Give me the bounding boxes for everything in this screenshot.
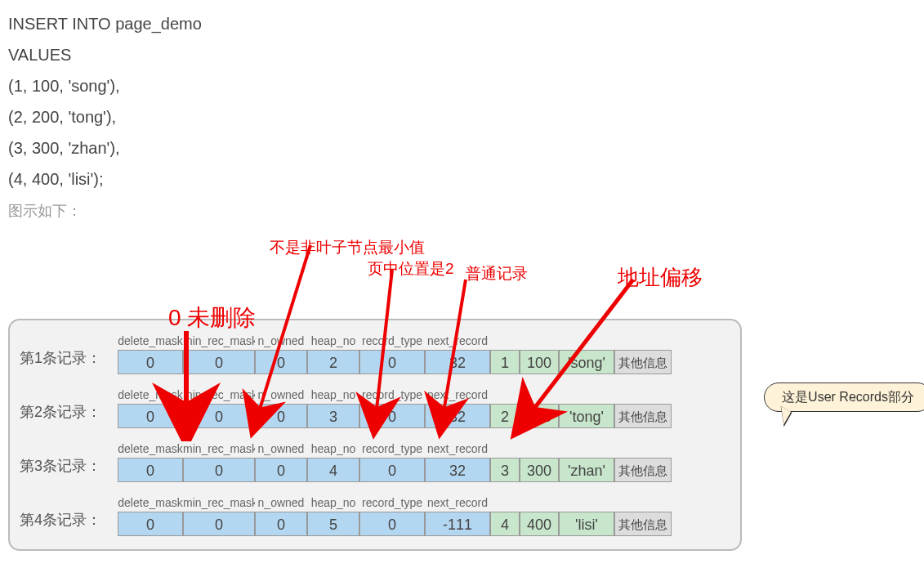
cell-id: 3 — [490, 458, 520, 482]
col-header: heap_no — [307, 332, 359, 350]
cell-info: 其他信息 — [614, 458, 672, 482]
cell-info: 其他信息 — [614, 350, 672, 374]
sql-line: (3, 300, 'zhan'), — [8, 132, 924, 163]
cell-heap-no: 5 — [307, 512, 359, 536]
cell-n-owned: 0 — [255, 404, 307, 428]
cell-id: 2 — [490, 404, 520, 428]
cell-heap-no: 2 — [307, 350, 359, 374]
label-page-position: 页中位置是2 — [368, 258, 454, 280]
col-header: record_type — [359, 494, 425, 512]
col-header: min_rec_mask — [183, 494, 255, 512]
cell-min-rec-mask: 0 — [183, 404, 255, 428]
cell-str: 'zhan' — [559, 458, 614, 482]
sql-line: INSERT INTO page_demo — [8, 8, 924, 39]
cell-str: 'tong' — [559, 404, 614, 428]
records-panel: 第1条记录： delete_mask min_rec_mask n_owned … — [8, 319, 742, 551]
cell-min-rec-mask: 0 — [183, 512, 255, 536]
diagram-caption: 图示如下： — [8, 201, 924, 221]
cell-record-type: 0 — [359, 458, 425, 482]
cell-min-rec-mask: 0 — [183, 458, 255, 482]
row-label: 第1条记录： — [20, 348, 118, 374]
cell-num: 100 — [520, 350, 559, 374]
cell-delete-mask: 0 — [118, 512, 183, 536]
cell-delete-mask: 0 — [118, 458, 183, 482]
col-header: min_rec_mask — [183, 332, 255, 350]
cell-record-type: 0 — [359, 350, 425, 374]
cell-str: 'lisi' — [559, 512, 614, 536]
col-header: record_type — [359, 386, 425, 404]
cell-n-owned: 0 — [255, 458, 307, 482]
cell-n-owned: 0 — [255, 512, 307, 536]
label-not-deleted: 0 未删除 — [168, 302, 256, 333]
col-header: heap_no — [307, 386, 359, 404]
speech-bubble: 这是User Records部分 — [764, 382, 924, 412]
record-row: 第2条记录： delete_mask min_rec_mask n_owned … — [20, 386, 730, 428]
diagram: 0 未删除 不是非叶子节点最小值 页中位置是2 普通记录 地址偏移 这是User… — [8, 319, 924, 551]
cell-id: 4 — [490, 512, 520, 536]
row-label: 第2条记录： — [20, 402, 118, 428]
sql-line: (1, 100, 'song'), — [8, 70, 924, 101]
col-header: heap_no — [307, 440, 359, 458]
col-header: delete_mask — [118, 440, 183, 458]
cell-delete-mask: 0 — [118, 404, 183, 428]
label-not-min-leaf: 不是非叶子节点最小值 — [270, 237, 425, 258]
cell-id: 1 — [490, 350, 520, 374]
row-label: 第3条记录： — [20, 456, 118, 482]
sql-line: (2, 200, 'tong'), — [8, 101, 924, 132]
cell-next-record: 32 — [425, 458, 490, 482]
col-header: n_owned — [255, 440, 307, 458]
record-row: 第3条记录： delete_mask min_rec_mask n_owned … — [20, 440, 730, 482]
col-header: delete_mask — [118, 386, 183, 404]
cell-next-record: -111 — [425, 512, 490, 536]
col-header: n_owned — [255, 494, 307, 512]
col-header: next_record — [425, 386, 490, 404]
record-row: 第4条记录： delete_mask min_rec_mask n_owned … — [20, 494, 730, 536]
row-label: 第4条记录： — [20, 510, 118, 536]
col-header: heap_no — [307, 494, 359, 512]
col-header: n_owned — [255, 332, 307, 350]
cell-record-type: 0 — [359, 404, 425, 428]
label-ordinary-record: 普通记录 — [466, 263, 528, 284]
cell-next-record: 32 — [425, 404, 490, 428]
col-header: min_rec_mask — [183, 440, 255, 458]
sql-code: INSERT INTO page_demo VALUES (1, 100, 's… — [8, 8, 924, 195]
cell-record-type: 0 — [359, 512, 425, 536]
cell-min-rec-mask: 0 — [183, 350, 255, 374]
cell-heap-no: 4 — [307, 458, 359, 482]
col-header: min_rec_mask — [183, 386, 255, 404]
col-header: record_type — [359, 332, 425, 350]
record-row: 第1条记录： delete_mask min_rec_mask n_owned … — [20, 332, 730, 374]
col-header: delete_mask — [118, 332, 183, 350]
cell-num: 300 — [520, 458, 559, 482]
cell-info: 其他信息 — [614, 404, 672, 428]
col-header: next_record — [425, 440, 490, 458]
col-header: delete_mask — [118, 494, 183, 512]
cell-str: 'song' — [559, 350, 614, 374]
col-header: n_owned — [255, 386, 307, 404]
sql-line: VALUES — [8, 39, 924, 70]
col-header: record_type — [359, 440, 425, 458]
cell-next-record: 32 — [425, 350, 490, 374]
cell-n-owned: 0 — [255, 350, 307, 374]
cell-num: 200 — [520, 404, 559, 428]
cell-info: 其他信息 — [614, 512, 672, 536]
label-addr-offset: 地址偏移 — [618, 263, 703, 292]
sql-line: (4, 400, 'lisi'); — [8, 163, 924, 195]
cell-delete-mask: 0 — [118, 350, 183, 374]
col-header: next_record — [425, 494, 490, 512]
cell-num: 400 — [520, 512, 559, 536]
col-header: next_record — [425, 332, 490, 350]
cell-heap-no: 3 — [307, 404, 359, 428]
